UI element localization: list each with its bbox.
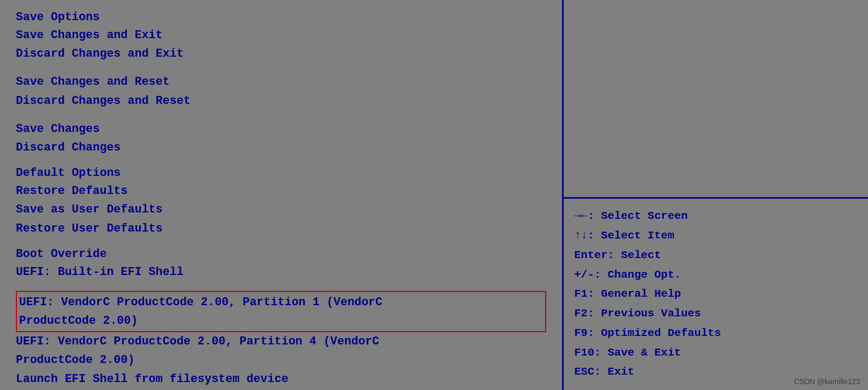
bios-screen: Save Options Save Changes and Exit Disca… [0,0,868,390]
discard-changes-reset-item[interactable]: Discard Changes and Reset [16,92,546,110]
save-options-group: Save Options Save Changes and Exit Disca… [16,11,546,63]
save-changes-exit-item[interactable]: Save Changes and Exit [16,26,546,45]
uefi-partition4-item[interactable]: UEFI: VendorC ProductCode 2.00, Partitio… [16,332,546,369]
discard-changes-item[interactable]: Discard Changes [16,138,546,157]
save-user-defaults-item[interactable]: Save as User Defaults [16,200,546,219]
default-options-header: Default Options [16,166,546,180]
save-changes-reset-item[interactable]: Save Changes and Reset [16,73,546,91]
changes-group: Save Changes Discard Changes [16,120,546,157]
uefi-partition1-item[interactable]: UEFI: VendorC ProductCode 2.00, Partitio… [16,291,546,332]
left-panel: Save Options Save Changes and Exit Disca… [0,0,564,390]
help-previous-values: F2: Previous Values [574,304,857,324]
right-top-area [564,0,868,199]
discard-changes-exit-item[interactable]: Discard Changes and Exit [16,45,546,63]
restore-defaults-item[interactable]: Restore Defaults [16,182,546,200]
help-select-item: ↑↓: Select Item [574,226,857,246]
help-panel: →←: Select Screen ↑↓: Select Item Enter:… [564,199,868,390]
save-options-header: Save Options [16,11,546,24]
defaults-group: Default Options Restore Defaults Save as… [16,166,546,238]
help-optimized-defaults: F9: Optimized Defaults [574,324,857,343]
boot-override-header: Boot Override [16,247,546,261]
right-panel: →←: Select Screen ↑↓: Select Item Enter:… [564,0,868,390]
restore-user-defaults-item[interactable]: Restore User Defaults [16,219,546,238]
help-select-screen: →←: Select Screen [574,207,857,226]
boot-override-group: Boot Override UEFI: Built-in EFI Shell [16,247,546,281]
reset-group: Save Changes and Reset Discard Changes a… [16,73,546,110]
help-change-opt: +/-: Change Opt. [574,265,857,285]
help-general-help: F1: General Help [574,285,857,304]
watermark-text: CSDN @kamille123 [794,377,860,386]
uefi-efi-shell-item[interactable]: UEFI: Built-in EFI Shell [16,263,546,281]
launch-efi-shell-item[interactable]: Launch EFI Shell from filesystem device [16,370,546,388]
help-enter-select: Enter: Select [574,246,857,265]
save-changes-item[interactable]: Save Changes [16,120,546,138]
help-save-exit: F10: Save & Exit [574,343,857,363]
